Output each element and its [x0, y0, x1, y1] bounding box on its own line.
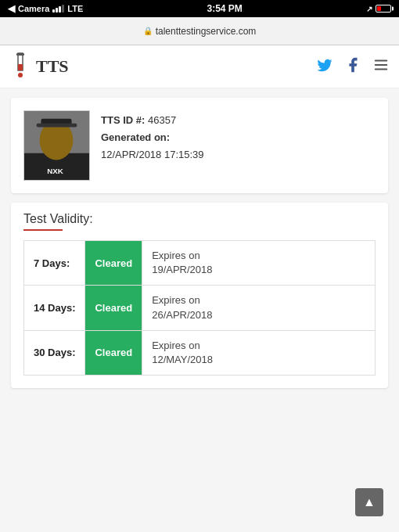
expires-date-14: 26/APR/2018 [152, 309, 212, 321]
signal-bar-3 [59, 6, 61, 13]
expires-label-7: Expires on [152, 250, 200, 261]
svg-text:NXK: NXK [47, 167, 63, 175]
cleared-7: Cleared [85, 241, 142, 286]
generated-value: 12/APR/2018 17:15:39 [101, 148, 204, 162]
scroll-top-button[interactable]: ▲ [355, 488, 383, 516]
tts-id-row: TTS ID #: 46357 [101, 113, 204, 128]
signal-bars [52, 5, 64, 13]
svg-rect-11 [37, 124, 77, 128]
validity-title: Test Validity: [23, 212, 376, 226]
validity-section: Test Validity: 7 Days: Cleared Expires o… [11, 203, 388, 388]
back-icon[interactable]: ◀ [8, 3, 15, 14]
svg-rect-4 [375, 60, 388, 62]
person-silhouette: NXK [24, 110, 89, 181]
table-row: 30 Days: Cleared Expires on 12/MAY/2018 [24, 330, 376, 375]
svg-rect-5 [375, 64, 388, 66]
profile-photo-inner: NXK [24, 111, 89, 180]
validity-table: 7 Days: Cleared Expires on 19/APR/2018 1… [23, 240, 376, 376]
facebook-icon[interactable] [344, 56, 361, 77]
profile-section: NXK TTS ID #: 46357 Generated on: 12/APR… [23, 110, 376, 181]
signal-bar-4 [62, 5, 64, 13]
header-nav [316, 56, 390, 77]
days-7: 7 Days: [24, 241, 85, 286]
logo-text: TTS [36, 56, 69, 77]
profile-card: NXK TTS ID #: 46357 Generated on: 12/APR… [11, 98, 388, 193]
table-row: 7 Days: Cleared Expires on 19/APR/2018 [24, 241, 376, 286]
main-content: NXK TTS ID #: 46357 Generated on: 12/APR… [0, 88, 399, 532]
network-type: LTE [67, 4, 83, 13]
generated-label: Generated on: [101, 131, 204, 145]
app-header: TTS [0, 45, 399, 88]
profile-info: TTS ID #: 46357 Generated on: 12/APR/201… [101, 110, 204, 166]
logo-area: TTS [9, 52, 69, 81]
expires-date-7: 19/APR/2018 [152, 264, 212, 275]
svg-rect-2 [16, 53, 24, 56]
twitter-icon[interactable] [316, 56, 333, 77]
signal-bar-2 [56, 8, 58, 13]
signal-bar-1 [52, 9, 55, 13]
validity-underline [23, 229, 63, 231]
profile-photo: NXK [23, 110, 90, 181]
expires-7: Expires on 19/APR/2018 [142, 241, 376, 286]
battery-fill [377, 6, 381, 11]
battery-icon [376, 5, 391, 13]
generated-on-label: Generated on: [101, 131, 170, 143]
app-name: Camera [18, 4, 49, 13]
tts-id-label: TTS ID #: [101, 114, 145, 126]
time-display: 3:54 PM [207, 3, 242, 14]
url-bar[interactable]: 🔒 talenttestingservice.com [0, 17, 399, 45]
svg-rect-1 [18, 64, 23, 70]
days-30: 30 Days: [24, 330, 85, 375]
expires-date-30: 12/MAY/2018 [152, 354, 213, 365]
status-right: ↗ [366, 5, 391, 13]
svg-point-3 [18, 73, 23, 77]
location-icon: ↗ [366, 5, 372, 13]
tts-id-value: 46357 [148, 114, 176, 126]
lock-icon: 🔒 [143, 27, 153, 35]
expires-14: Expires on 26/APR/2018 [142, 286, 376, 330]
svg-rect-6 [375, 69, 388, 70]
days-14: 14 Days: [24, 286, 85, 330]
table-row: 14 Days: Cleared Expires on 26/APR/2018 [24, 286, 376, 330]
logo-svg [9, 52, 31, 81]
status-bar: ◀ Camera LTE 3:54 PM ↗ [0, 0, 399, 17]
url-text: talenttestingservice.com [156, 26, 257, 37]
menu-icon[interactable] [372, 56, 390, 77]
expires-30: Expires on 12/MAY/2018 [142, 330, 376, 375]
status-left: ◀ Camera LTE [8, 3, 83, 14]
expires-label-14: Expires on [152, 294, 200, 306]
expires-label-30: Expires on [152, 340, 200, 351]
cleared-14: Cleared [85, 286, 142, 330]
cleared-30: Cleared [85, 330, 142, 375]
